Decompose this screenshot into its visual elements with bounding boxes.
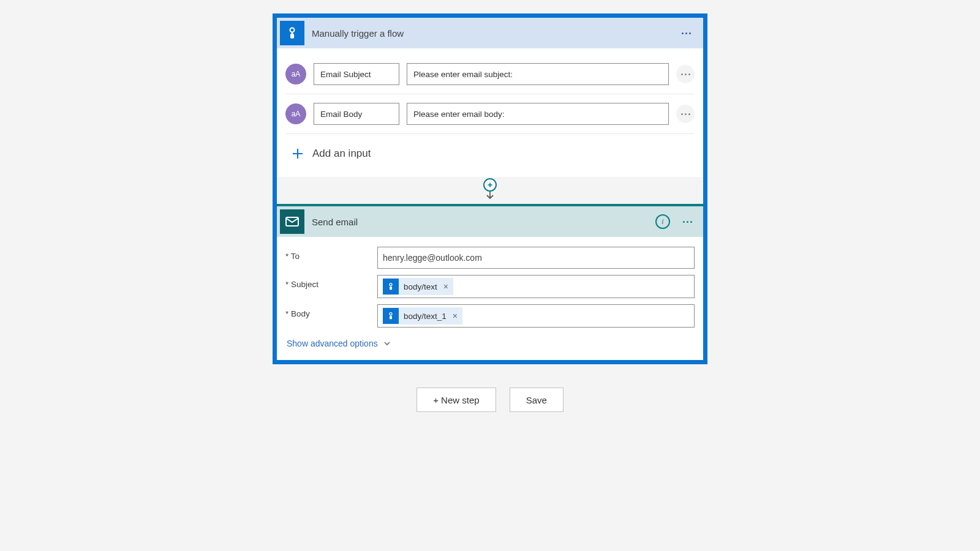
plus-icon: +: [488, 180, 492, 190]
text-type-badge: aA: [285, 64, 306, 84]
action-card: Send email i * To henry.legge@outlook.co…: [277, 204, 703, 360]
dynamic-token[interactable]: body/text ×: [383, 278, 453, 295]
token-remove-button[interactable]: ×: [442, 282, 450, 291]
input-name-field[interactable]: [314, 103, 399, 125]
token-trigger-icon: [383, 279, 399, 294]
trigger-header[interactable]: Manually trigger a flow: [277, 18, 703, 48]
svg-point-3: [390, 313, 392, 315]
text-type-badge: aA: [285, 103, 306, 124]
send-email-icon: [280, 209, 304, 234]
ellipsis-icon: [682, 32, 691, 34]
add-input-button[interactable]: Add an input: [285, 134, 695, 177]
info-icon: i: [662, 217, 663, 227]
token-trigger-icon: [383, 308, 399, 324]
show-advanced-options[interactable]: Show advanced options: [287, 339, 391, 348]
token-label: body/text: [404, 282, 437, 291]
manual-trigger-icon: [280, 21, 304, 45]
trigger-card: Manually trigger a flow aA aA: [277, 18, 703, 177]
ellipsis-icon: [683, 221, 692, 223]
body-field[interactable]: body/text_1 ×: [377, 304, 695, 328]
input-name-field[interactable]: [314, 63, 399, 85]
footer-actions: + New step Save: [417, 388, 564, 412]
action-header[interactable]: Send email i: [277, 206, 703, 237]
input-row-more-button[interactable]: [676, 105, 695, 123]
token-remove-button[interactable]: ×: [451, 311, 459, 321]
token-label: body/text_1: [404, 312, 447, 321]
connector: +: [277, 177, 703, 204]
field-label: * Body: [285, 304, 377, 318]
chevron-down-icon: [383, 339, 391, 348]
action-title: Send email: [312, 217, 655, 227]
advanced-options-label: Show advanced options: [287, 339, 378, 348]
field-row-subject: * Subject body/text ×: [285, 275, 695, 298]
svg-point-2: [390, 283, 392, 286]
insert-step-button[interactable]: +: [483, 178, 497, 192]
flow-container: Manually trigger a flow aA aA: [273, 13, 707, 364]
trigger-input-row: aA: [285, 54, 695, 94]
to-field[interactable]: henry.legge@outlook.com: [377, 247, 695, 269]
save-button[interactable]: Save: [510, 388, 564, 412]
ellipsis-icon: [681, 73, 690, 75]
trigger-body: aA aA Add an input: [277, 48, 703, 177]
subject-field[interactable]: body/text ×: [377, 275, 695, 298]
action-body: * To henry.legge@outlook.com * Subject: [277, 237, 703, 360]
plus-icon: [292, 148, 304, 160]
field-row-body: * Body body/text_1 ×: [285, 304, 695, 328]
input-prompt-field[interactable]: [407, 103, 669, 125]
add-input-label: Add an input: [312, 148, 371, 160]
input-row-more-button[interactable]: [676, 65, 695, 83]
field-label: * Subject: [285, 275, 377, 289]
info-button[interactable]: i: [655, 214, 670, 229]
trigger-more-button[interactable]: [677, 24, 695, 42]
to-value: henry.legge@outlook.com: [383, 253, 482, 263]
input-prompt-field[interactable]: [407, 63, 669, 85]
trigger-title: Manually trigger a flow: [312, 28, 677, 39]
trigger-input-row: aA: [285, 94, 695, 134]
svg-point-0: [290, 28, 295, 32]
ellipsis-icon: [681, 113, 690, 115]
field-label: * To: [285, 247, 377, 261]
dynamic-token[interactable]: body/text_1 ×: [383, 307, 462, 324]
action-more-button[interactable]: [679, 213, 696, 230]
field-row-to: * To henry.legge@outlook.com: [285, 247, 695, 269]
new-step-button[interactable]: + New step: [417, 388, 496, 412]
